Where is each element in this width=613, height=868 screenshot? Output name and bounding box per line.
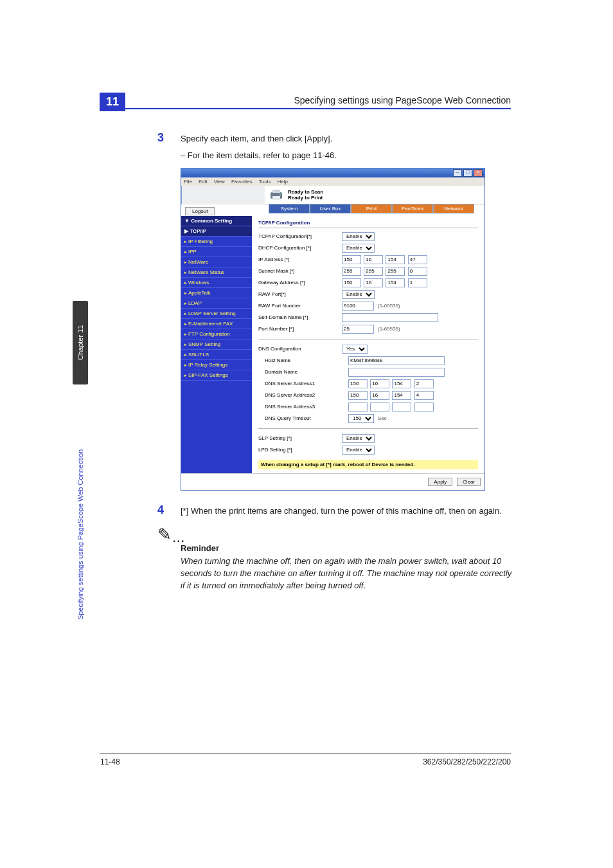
side-item-ssl[interactable]: SSL/TLS — [181, 350, 252, 360]
sel-dnstimeout[interactable]: 150 — [348, 414, 374, 423]
tab-system[interactable]: System — [269, 204, 310, 213]
dns3-1[interactable] — [348, 402, 368, 411]
menu-file[interactable]: File — [184, 179, 192, 185]
gw2[interactable] — [364, 278, 383, 287]
min-button[interactable]: – — [453, 169, 462, 177]
side-item-ip-relay[interactable]: IP Relay Settings — [181, 360, 252, 370]
sel-lpd[interactable]: Enable — [342, 446, 375, 455]
lbl-selfdomain: Self-Domain Name [*] — [258, 314, 342, 320]
dns2-4[interactable] — [414, 391, 434, 400]
ip2[interactable] — [364, 255, 383, 264]
sn1[interactable] — [342, 267, 361, 276]
gw3[interactable] — [386, 278, 405, 287]
ip4[interactable] — [408, 255, 427, 264]
side-item-windows[interactable]: Windows — [181, 278, 252, 288]
menu-view[interactable]: View — [214, 179, 225, 185]
dns3-2[interactable] — [370, 402, 389, 411]
sn4[interactable] — [408, 267, 427, 276]
dns1-2[interactable] — [370, 379, 389, 388]
header-rule — [100, 108, 511, 109]
tab-userbox[interactable]: User Box — [310, 204, 351, 213]
close-button[interactable]: × — [474, 169, 483, 177]
dns2-1[interactable] — [348, 391, 368, 400]
sn2[interactable] — [364, 267, 383, 276]
lbl-dns1: DNS Server Address1 — [258, 381, 348, 386]
window-titlebar: – □ × — [181, 168, 484, 177]
ip3[interactable] — [386, 255, 405, 264]
sn3[interactable] — [386, 267, 405, 276]
reminder-block: ✎... Reminder When turning the machine o… — [157, 525, 517, 592]
tab-faxscan[interactable]: Fax/Scan — [392, 204, 433, 213]
menu-help[interactable]: Help — [277, 179, 287, 185]
side-item-snmp[interactable]: SNMP Setting — [181, 339, 252, 350]
reminder-body: When turning the machine off, then on ag… — [181, 556, 517, 592]
menu-favorites[interactable]: Favorites — [231, 179, 253, 185]
panel-title: TCP/IP Configuration — [258, 220, 478, 228]
dns2-3[interactable] — [392, 391, 411, 400]
side-item-sip-fax[interactable]: SIP-FAX Settings — [181, 370, 252, 381]
inp-domainname[interactable] — [348, 368, 445, 377]
apply-button[interactable]: Apply — [428, 478, 452, 486]
side-item-netware[interactable]: NetWare — [181, 257, 252, 267]
sel-tcpip[interactable]: Enable — [342, 232, 375, 241]
side-item-ftp[interactable]: FTP Configuration — [181, 329, 252, 339]
footer-models: 362/350/282/250/222/200 — [423, 757, 511, 766]
inp-rawportnum[interactable] — [342, 302, 374, 311]
dns1-4[interactable] — [414, 379, 434, 388]
section-tab: Specifying settings using PageScope Web … — [76, 388, 84, 620]
lbl-dnstimeout: DNS Query Timeout — [258, 415, 348, 421]
dns3-4[interactable] — [414, 402, 434, 411]
step-4: 4 [*] When the print items are changed, … — [157, 503, 517, 518]
sel-rawport[interactable]: Enable — [342, 290, 375, 299]
gw4[interactable] — [408, 278, 427, 287]
lbl-rawport: RAW Port[*] — [258, 291, 342, 297]
side-item-ldap-server[interactable]: LDAP Server Setting — [181, 309, 252, 319]
header-title: Specifying settings using PageScope Web … — [294, 95, 511, 105]
window-menu: File Edit View Favorites Tools Help — [181, 177, 484, 186]
inp-hostname[interactable] — [348, 356, 445, 365]
ip-address-group — [342, 255, 429, 264]
tab-print[interactable]: Print — [351, 204, 392, 213]
side-item-ipfiltering[interactable]: IP Filtering — [181, 237, 252, 247]
side-item-ldap[interactable]: LDAP — [181, 298, 252, 309]
logout-button[interactable]: Logout — [185, 207, 215, 215]
lbl-ip: IP Address [*] — [258, 257, 342, 262]
inp-selfdomain[interactable] — [342, 313, 438, 322]
ip1[interactable] — [342, 255, 361, 264]
side-item-ipp[interactable]: IPP — [181, 247, 252, 257]
side-tab: Chapter 11 Specifying settings using Pag… — [71, 301, 90, 648]
lbl-dnsconf: DNS Configuration — [258, 346, 342, 352]
lbl-lpd: LPD Setting [*] — [258, 447, 342, 453]
menu-edit[interactable]: Edit — [199, 179, 208, 185]
dns1-3[interactable] — [392, 379, 411, 388]
reminder-icon: ✎ — [157, 525, 172, 545]
step-3-sub: – For the item details, refer to page 11… — [181, 150, 517, 160]
sel-dnsconf[interactable]: Yes — [342, 345, 368, 354]
menu-tools[interactable]: Tools — [259, 179, 271, 185]
clear-button[interactable]: Clear — [457, 478, 481, 486]
lbl-dhcp: DHCP Configuration [*] — [258, 245, 342, 251]
sel-dhcp[interactable]: Enable — [342, 244, 375, 253]
lbl-gateway: Gateway Address [*] — [258, 280, 342, 285]
unit-dnstimeout: Sec — [378, 415, 387, 421]
lbl-dns2: DNS Server Address2 — [258, 392, 348, 398]
dns2-2[interactable] — [370, 391, 389, 400]
gw1[interactable] — [342, 278, 361, 287]
status-scan: Ready to Scan — [288, 189, 323, 195]
side-sel-tcpip[interactable]: ▶ TCP/IP — [181, 226, 252, 237]
side-item-email-ifax[interactable]: E-Mail/Internet FAX — [181, 319, 252, 329]
dns1-1[interactable] — [348, 379, 368, 388]
max-button[interactable]: □ — [463, 169, 472, 177]
lbl-portnum: Port Number [*] — [258, 326, 342, 332]
footer-rule — [100, 754, 511, 754]
sel-slp[interactable]: Enable — [342, 434, 375, 443]
side-item-appletalk[interactable]: AppleTalk — [181, 288, 252, 298]
lbl-slp: SLP Setting [*] — [258, 435, 342, 441]
reboot-warning: When changing a setup at [*] mark, reboo… — [258, 460, 478, 469]
tab-network[interactable]: Network — [433, 204, 474, 213]
side-head[interactable]: ▼ Common Setting — [181, 216, 252, 226]
step-3-number: 3 — [157, 131, 170, 145]
inp-portnum[interactable] — [342, 325, 374, 334]
dns3-3[interactable] — [392, 402, 411, 411]
side-item-netware-status[interactable]: NetWare Status — [181, 267, 252, 278]
